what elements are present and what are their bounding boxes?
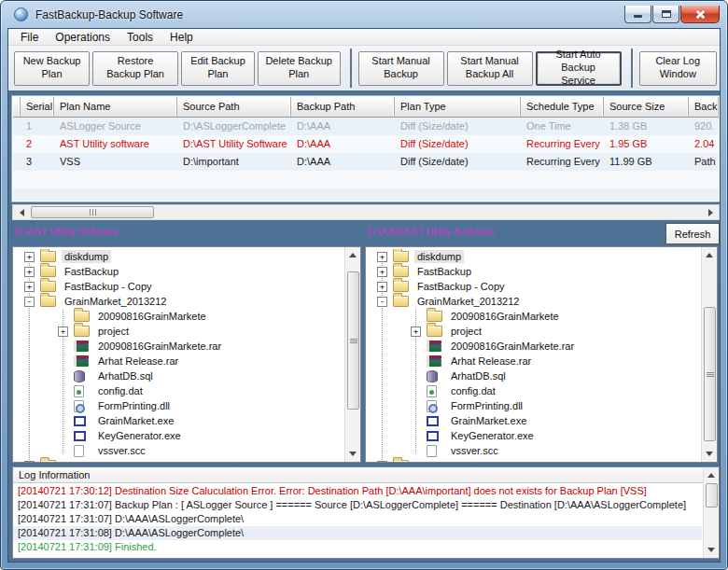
tree-item-rar-file[interactable]: Arhat Release.rar <box>13 354 343 368</box>
tree-item-fastbackup[interactable]: +FastBackup <box>366 264 700 279</box>
start-auto-backup-service-button[interactable]: Start Auto Backup Service <box>536 51 622 86</box>
column-header-backup-size[interactable]: Back <box>689 97 719 117</box>
menu-file[interactable]: File <box>12 30 47 45</box>
minimize-button[interactable] <box>624 6 651 23</box>
expand-toggle-icon[interactable]: + <box>377 267 387 277</box>
tree-item-fastbackup[interactable]: +FastBackup <box>13 264 343 279</box>
folder-icon <box>40 281 57 292</box>
tree-item-scc-file[interactable]: vssver.scc <box>13 443 343 458</box>
maximize-button[interactable] <box>652 6 679 23</box>
tree-item-fastbackup-copy[interactable]: +FastBackup - Copy <box>366 279 700 294</box>
expand-toggle-icon[interactable]: + <box>377 282 387 292</box>
tree-item-diskdump[interactable]: +diskdump <box>13 249 343 264</box>
close-button[interactable] <box>680 6 720 23</box>
titlebar[interactable]: FastBackup-Backup Software <box>1 1 727 28</box>
tree-item-exe-file[interactable]: KeyGenerator.exe <box>366 428 700 443</box>
tree-item-label: 20090816GrainMarkete <box>95 310 209 323</box>
refresh-button[interactable]: Refresh <box>665 223 720 244</box>
tree-item-radfiles[interactable]: +RadFiles <box>366 458 700 462</box>
app-window: FastBackup-Backup Software File Operatio… <box>0 0 728 570</box>
tree-item-rar-file[interactable]: 20090816GrainMarkete.rar <box>13 339 343 354</box>
edit-backup-plan-button[interactable]: Edit Backup Plan <box>181 51 255 86</box>
menu-bar: File Operations Tools Help <box>8 29 720 46</box>
tree-item-rar-file[interactable]: Arhat Release.rar <box>366 354 700 368</box>
expand-toggle-icon[interactable]: + <box>24 282 35 292</box>
table-row[interactable]: 1 ASLogger Source D:\ASLoggerComplete D:… <box>13 118 719 135</box>
scrollbar-thumb[interactable] <box>347 271 359 410</box>
column-header-source-path[interactable]: Source Path <box>177 97 291 117</box>
expand-toggle-icon[interactable]: + <box>58 327 68 337</box>
collapse-toggle-icon[interactable]: - <box>24 297 35 307</box>
column-header-serial[interactable]: Serial <box>21 97 54 117</box>
tree-item-exe-file[interactable]: GrainMarket.exe <box>366 413 700 428</box>
expand-toggle-icon[interactable]: + <box>377 252 387 262</box>
start-manual-backup-all-button[interactable]: Start Manual Backup All <box>447 51 533 86</box>
scroll-down-arrow[interactable] <box>702 447 717 461</box>
scroll-left-arrow[interactable] <box>14 206 29 218</box>
tree-item-fastbackup-copy[interactable]: +FastBackup - Copy <box>13 279 343 294</box>
delete-backup-plan-button[interactable]: Delete Backup Plan <box>258 51 341 86</box>
restore-backup-plan-button[interactable]: Restore Backup Plan <box>92 51 178 86</box>
tree-item-folder[interactable]: 20090816GrainMarkete <box>366 309 700 324</box>
tree-item-dat-file[interactable]: config.dat <box>13 383 343 398</box>
app-icon[interactable] <box>14 7 28 21</box>
collapse-toggle-icon[interactable]: - <box>377 297 387 307</box>
tree-item-exe-file[interactable]: GrainMarket.exe <box>13 413 343 428</box>
tree-vertical-scrollbar[interactable] <box>344 247 360 462</box>
tree-item-dat-file[interactable]: config.dat <box>366 383 700 398</box>
cell-backup-path: D:\AAA <box>291 118 395 135</box>
clear-log-window-button[interactable]: Clear Log Window <box>639 51 717 86</box>
scrollbar-thumb[interactable] <box>31 206 154 218</box>
scroll-up-arrow[interactable] <box>702 248 717 262</box>
scrollbar-thumb[interactable] <box>706 483 718 507</box>
column-header-plan-type[interactable]: Plan Type <box>395 97 521 117</box>
tree-vertical-scrollbar[interactable] <box>701 247 717 462</box>
tree-item-exe-file[interactable]: KeyGenerator.exe <box>13 428 343 443</box>
menu-tools[interactable]: Tools <box>119 30 161 45</box>
start-manual-backup-button[interactable]: Start Manual Backup <box>358 51 444 86</box>
expand-toggle-icon[interactable]: + <box>377 461 387 463</box>
expand-toggle-icon[interactable]: + <box>411 327 421 337</box>
column-header-plan-name[interactable]: Plan Name <box>54 97 177 117</box>
folder-icon <box>74 326 91 337</box>
column-header-schedule-type[interactable]: Schedule Type <box>521 97 604 117</box>
column-header-source-size[interactable]: Source Size <box>604 97 689 117</box>
scroll-up-arrow[interactable] <box>345 248 360 262</box>
expand-toggle-icon[interactable]: + <box>24 461 35 463</box>
column-header-backup-path[interactable]: Backup Path <box>291 97 395 117</box>
expand-toggle-icon[interactable]: + <box>24 267 35 277</box>
tree-item-grainmarket[interactable]: -GrainMarket_2013212 <box>366 294 700 309</box>
tree-item-project[interactable]: +project <box>366 324 700 339</box>
scroll-down-arrow[interactable] <box>345 447 360 461</box>
folder-icon <box>427 311 443 322</box>
scroll-right-arrow[interactable] <box>703 206 718 218</box>
tree-item-diskdump[interactable]: +diskdump <box>366 249 700 264</box>
tree-item-label: project <box>448 325 484 338</box>
cell-source-size: 1.95 GB <box>604 135 689 153</box>
tree-item-sql-file[interactable]: ArhatDB.sql <box>13 368 343 383</box>
menu-help[interactable]: Help <box>161 30 202 45</box>
tree-item-grainmarket[interactable]: -GrainMarket_2013212 <box>13 294 343 309</box>
folder-icon <box>393 296 410 307</box>
tree-item-sql-file[interactable]: ArhatDB.sql <box>366 368 700 383</box>
tree-item-rar-file[interactable]: 20090816GrainMarkete.rar <box>366 339 700 354</box>
grid-horizontal-scrollbar[interactable] <box>12 204 720 220</box>
tree-item-dll-file[interactable]: FormPrinting.dll <box>13 398 343 413</box>
file-icon <box>74 445 91 457</box>
scrollbar-thumb[interactable] <box>704 307 716 441</box>
destination-tree-panel: +diskdump +FastBackup +FastBackup - Copy… <box>365 246 718 463</box>
menu-operations[interactable]: Operations <box>47 30 119 45</box>
cell-backup-path: D:\AAA <box>291 135 395 153</box>
tree-item-folder[interactable]: 20090816GrainMarkete <box>13 309 343 324</box>
log-vertical-scrollbar[interactable] <box>703 467 719 558</box>
tree-item-scc-file[interactable]: vssver.scc <box>366 443 700 458</box>
scroll-up-arrow[interactable] <box>704 468 719 482</box>
scroll-down-arrow[interactable] <box>704 543 719 557</box>
tree-item-radfiles[interactable]: +RadFiles <box>13 458 343 462</box>
table-row[interactable]: 3 VSS D:\important D:\AAA Diff (Size/dat… <box>13 153 719 171</box>
new-backup-plan-button[interactable]: New Backup Plan <box>14 51 90 86</box>
tree-item-dll-file[interactable]: FormPrinting.dll <box>366 398 700 413</box>
tree-item-project[interactable]: +project <box>13 324 343 339</box>
table-row[interactable]: 2 AST Utility software D:\AST Utility So… <box>13 135 719 153</box>
expand-toggle-icon[interactable]: + <box>24 252 35 262</box>
